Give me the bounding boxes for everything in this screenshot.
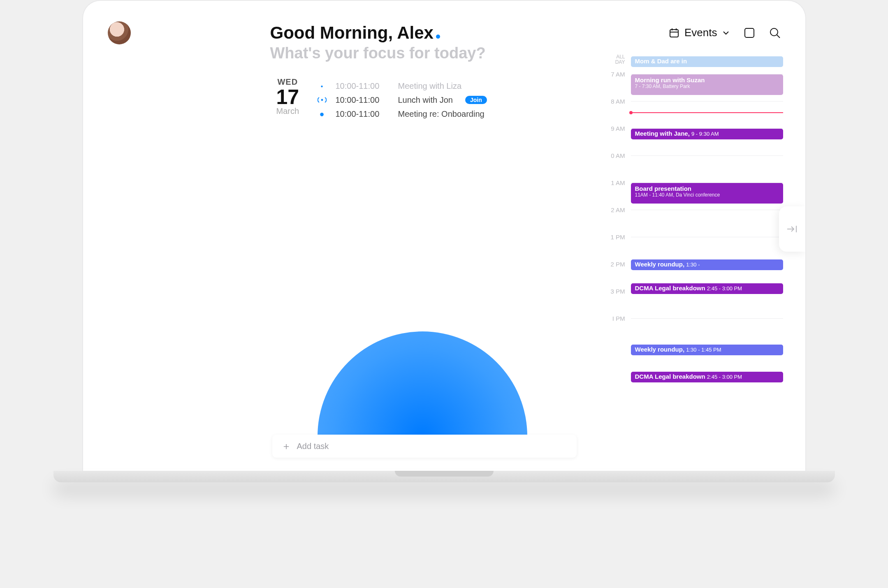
chevron-down-icon bbox=[722, 29, 730, 37]
upcoming-time: 10:00-11:00 bbox=[336, 81, 389, 91]
calendar-event[interactable]: Meeting with Jane, 9 - 9:30 AM bbox=[631, 129, 783, 139]
date-number: 17 bbox=[276, 87, 299, 107]
event-title: Morning run with Suzan bbox=[635, 76, 705, 83]
event-subtitle: 11AM - 11:40 AM, Da Vinci conference bbox=[635, 192, 779, 198]
hour-row: 1 AM Board presentation 11AM - 11:40 AM,… bbox=[602, 179, 783, 206]
calendar-event-allday[interactable]: Mom & Dad are in bbox=[631, 56, 783, 67]
hour-label: 2 PM bbox=[602, 261, 625, 268]
arrow-right-to-line-icon bbox=[786, 225, 798, 233]
expand-sidebar-button[interactable] bbox=[779, 206, 805, 252]
hour-row: 8 AM bbox=[602, 98, 783, 125]
upcoming-item[interactable]: ● 10:00-11:00 Meeting re: Onboarding bbox=[318, 107, 487, 121]
dot-icon: ● bbox=[318, 84, 327, 88]
day-timeline[interactable]: ALL DAY Mom & Dad are in 7 AM Morning ru… bbox=[602, 54, 783, 399]
events-dropdown[interactable]: Events bbox=[669, 26, 730, 39]
subtitle: What's your focus for today? bbox=[270, 44, 486, 62]
event-title: DCMA Legal breakdown bbox=[635, 285, 705, 292]
event-title: Meeting with Jane, bbox=[635, 130, 690, 137]
calendar-event[interactable]: Weekly roundup, 1:30 - bbox=[631, 259, 783, 270]
hour-row: 1 PM bbox=[602, 234, 783, 261]
avatar[interactable] bbox=[108, 21, 131, 44]
upcoming-title: Meeting re: Onboarding bbox=[398, 109, 485, 119]
hour-label: 3 PM bbox=[602, 288, 625, 295]
upcoming-time: 10:00-11:00 bbox=[336, 95, 389, 105]
hour-label: I PM bbox=[602, 315, 625, 322]
greeting: Good Morning, Alex bbox=[270, 23, 434, 42]
hour-label: 8 AM bbox=[602, 98, 625, 105]
event-title: Board presentation bbox=[635, 185, 692, 192]
laptop-base bbox=[53, 471, 835, 482]
hour-label: 2 AM bbox=[602, 206, 625, 213]
now-indicator bbox=[631, 112, 783, 113]
upcoming-list: ● 10:00-11:00 Meeting with Liza 10:00-11… bbox=[318, 79, 487, 121]
calendar-icon bbox=[669, 28, 679, 38]
calendar-event[interactable]: Morning run with Suzan 7 - 7:30 AM, Batt… bbox=[631, 74, 783, 95]
event-title: Weekly roundup, bbox=[635, 346, 685, 353]
add-task-placeholder: Add task bbox=[297, 442, 329, 451]
search-button[interactable] bbox=[769, 27, 781, 39]
event-title: DCMA Legal breakdown bbox=[635, 373, 705, 380]
allday-row: ALL DAY Mom & Dad are in bbox=[602, 54, 783, 71]
live-icon bbox=[318, 97, 327, 103]
layout-toggle-button[interactable] bbox=[744, 27, 755, 39]
event-time: 1:30 - 1:45 PM bbox=[686, 347, 721, 353]
add-task-input[interactable]: ＋ Add task bbox=[272, 435, 577, 458]
hour-row: 0 AM bbox=[602, 152, 783, 179]
upcoming-title: Meeting with Liza bbox=[398, 81, 462, 91]
calendar-event[interactable]: Weekly roundup, 1:30 - 1:45 PM bbox=[631, 345, 783, 355]
upcoming-item[interactable]: ● 10:00-11:00 Meeting with Liza bbox=[318, 79, 487, 93]
plus-icon: ＋ bbox=[281, 441, 291, 451]
svg-rect-4 bbox=[745, 28, 754, 37]
svg-point-7 bbox=[321, 99, 323, 101]
dot-icon: ● bbox=[318, 109, 327, 119]
hour-row: 9 AM Meeting with Jane, 9 - 9:30 AM bbox=[602, 125, 783, 152]
date-month: March bbox=[276, 106, 299, 116]
hour-row: 2 AM bbox=[602, 206, 783, 234]
calendar-event[interactable]: Board presentation 11AM - 11:40 AM, Da V… bbox=[631, 183, 783, 204]
event-time: 2:45 - 3:00 PM bbox=[707, 285, 742, 292]
accent-dot bbox=[436, 35, 440, 39]
current-date: WED 17 March bbox=[276, 77, 299, 116]
event-time: 9 - 9:30 AM bbox=[691, 131, 719, 137]
hour-label: 0 AM bbox=[602, 152, 625, 159]
hour-label: 1 PM bbox=[602, 234, 625, 241]
svg-rect-0 bbox=[670, 30, 678, 37]
svg-point-5 bbox=[770, 28, 778, 36]
sunrise-graphic bbox=[318, 331, 527, 436]
hour-label: 1 AM bbox=[602, 179, 625, 186]
event-time: 1:30 - bbox=[686, 262, 700, 268]
hour-label: 9 AM bbox=[602, 125, 625, 132]
hour-label: 7 AM bbox=[602, 71, 625, 78]
allday-label: ALL DAY bbox=[602, 54, 625, 65]
event-time: 2:45 - 3:00 PM bbox=[707, 374, 742, 380]
hour-row: I PM bbox=[602, 315, 783, 342]
hour-row: 7 AM Morning run with Suzan 7 - 7:30 AM,… bbox=[602, 71, 783, 98]
upcoming-title: Lunch with Jon bbox=[398, 95, 453, 105]
events-label: Events bbox=[684, 26, 717, 39]
event-title: Mom & Dad are in bbox=[635, 58, 687, 65]
event-title: Weekly roundup, bbox=[635, 261, 685, 268]
upcoming-item[interactable]: 10:00-11:00 Lunch with Jon Join bbox=[318, 93, 487, 107]
join-button[interactable]: Join bbox=[465, 96, 487, 104]
event-subtitle: 7 - 7:30 AM, Battery Park bbox=[635, 83, 779, 89]
calendar-event[interactable]: DCMA Legal breakdown 2:45 - 3:00 PM bbox=[631, 283, 783, 294]
upcoming-time: 10:00-11:00 bbox=[336, 109, 389, 119]
hour-row: 3 PM DCMA Legal breakdown 2:45 - 3:00 PM bbox=[602, 288, 783, 315]
svg-line-6 bbox=[777, 35, 780, 38]
calendar-event[interactable]: DCMA Legal breakdown 2:45 - 3:00 PM bbox=[631, 372, 783, 382]
